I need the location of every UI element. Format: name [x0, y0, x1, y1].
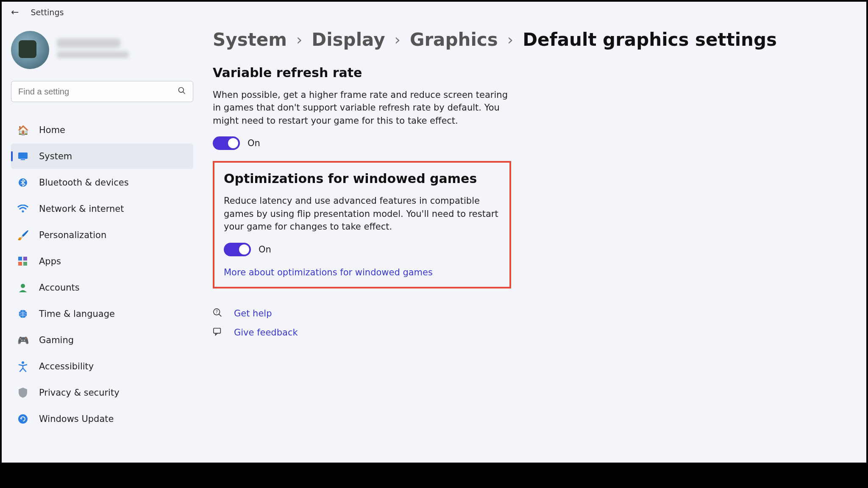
chevron-right-icon: › [507, 31, 513, 48]
sidebar-item-label: System [39, 151, 72, 161]
sidebar-item-label: Gaming [39, 335, 74, 345]
sidebar-item-bluetooth[interactable]: Bluetooth & devices [11, 170, 193, 195]
brush-icon: 🖌️ [17, 229, 29, 241]
sidebar-item-accounts[interactable]: Accounts [11, 275, 193, 300]
profile-block[interactable] [11, 31, 201, 69]
give-feedback-label: Give feedback [234, 327, 298, 338]
globe-clock-icon [17, 308, 29, 320]
sidebar-item-label: Privacy & security [39, 388, 120, 398]
section-title: Variable refresh rate [213, 65, 509, 80]
svg-rect-8 [18, 262, 22, 266]
svg-rect-7 [23, 257, 27, 261]
sidebar-item-privacy[interactable]: Privacy & security [11, 380, 193, 405]
svg-rect-18 [214, 328, 220, 333]
main-content: System › Display › Graphics › Default gr… [201, 22, 866, 460]
sidebar-nav: 🏠 Home System Bluetooth & devices [11, 117, 201, 432]
home-icon: 🏠 [17, 124, 29, 136]
accessibility-icon [17, 360, 29, 372]
get-help-link[interactable]: ? Get help [213, 308, 849, 319]
svg-point-0 [179, 87, 184, 92]
user-name-blurred [57, 39, 129, 61]
sidebar-item-gaming[interactable]: 🎮 Gaming [11, 327, 193, 353]
sidebar: 🏠 Home System Bluetooth & devices [2, 22, 201, 460]
svg-point-10 [21, 284, 25, 288]
window-title: Settings [31, 8, 64, 17]
sidebar-item-accessibility[interactable]: Accessibility [11, 354, 193, 379]
svg-rect-6 [18, 257, 22, 261]
sidebar-item-label: Accounts [39, 283, 80, 293]
apps-icon [17, 255, 29, 267]
gamepad-icon: 🎮 [17, 334, 29, 346]
svg-point-5 [22, 211, 24, 213]
search-input[interactable] [18, 87, 178, 97]
svg-point-14 [18, 414, 28, 424]
sidebar-item-label: Time & language [39, 309, 115, 319]
section-variable-refresh-rate: Variable refresh rate When possible, get… [213, 65, 509, 150]
system-icon [17, 150, 29, 162]
section-description: When possible, get a higher frame rate a… [213, 89, 509, 127]
sidebar-item-label: Personalization [39, 230, 106, 240]
owg-toggle-label: On [259, 244, 271, 255]
sidebar-item-home[interactable]: 🏠 Home [11, 117, 193, 143]
search-icon[interactable] [178, 86, 186, 97]
sidebar-item-label: Home [39, 125, 65, 135]
feedback-icon [213, 327, 223, 338]
owg-toggle[interactable] [224, 243, 251, 256]
vrr-toggle[interactable] [213, 136, 240, 150]
get-help-label: Get help [234, 308, 272, 319]
section-description: Reduce latency and use advanced features… [224, 194, 500, 233]
breadcrumb-current: Default graphics settings [523, 29, 777, 50]
give-feedback-link[interactable]: Give feedback [213, 327, 849, 338]
search-box[interactable] [11, 81, 193, 102]
breadcrumb-display[interactable]: Display [312, 29, 385, 50]
vrr-toggle-label: On [248, 138, 260, 148]
section-title: Optimizations for windowed games [224, 171, 500, 186]
svg-rect-3 [21, 159, 25, 160]
owg-more-link[interactable]: More about optimizations for windowed ga… [224, 267, 433, 277]
breadcrumb-system[interactable]: System [213, 29, 287, 50]
chevron-right-icon: › [296, 31, 302, 48]
sidebar-item-windows-update[interactable]: Windows Update [11, 406, 193, 432]
shield-icon [17, 387, 29, 399]
sidebar-item-personalization[interactable]: 🖌️ Personalization [11, 222, 193, 248]
svg-line-17 [219, 314, 222, 316]
svg-rect-9 [23, 262, 27, 266]
breadcrumb-graphics[interactable]: Graphics [410, 29, 498, 50]
svg-rect-2 [18, 152, 28, 159]
breadcrumb: System › Display › Graphics › Default gr… [213, 29, 849, 50]
avatar [11, 31, 49, 69]
back-arrow-icon[interactable]: ← [11, 7, 19, 17]
chevron-right-icon: › [395, 31, 401, 48]
sidebar-item-label: Network & internet [39, 204, 124, 214]
sidebar-item-system[interactable]: System [11, 144, 193, 169]
sidebar-item-label: Windows Update [39, 414, 114, 424]
sidebar-item-label: Apps [39, 256, 61, 266]
wifi-icon [17, 203, 29, 215]
titlebar: ← Settings [2, 2, 866, 22]
sidebar-item-network[interactable]: Network & internet [11, 196, 193, 222]
help-icon: ? [213, 308, 223, 319]
svg-point-13 [22, 361, 24, 364]
sidebar-item-label: Bluetooth & devices [39, 177, 129, 188]
sidebar-item-time-language[interactable]: Time & language [11, 301, 193, 327]
svg-line-1 [183, 92, 185, 94]
section-optimizations-windowed-games-highlight: Optimizations for windowed games Reduce … [213, 161, 511, 288]
sidebar-item-apps[interactable]: Apps [11, 249, 193, 274]
bluetooth-icon [17, 177, 29, 189]
svg-text:?: ? [215, 309, 217, 314]
sidebar-item-label: Accessibility [39, 361, 94, 372]
update-icon [17, 413, 29, 425]
accounts-icon [17, 282, 29, 294]
